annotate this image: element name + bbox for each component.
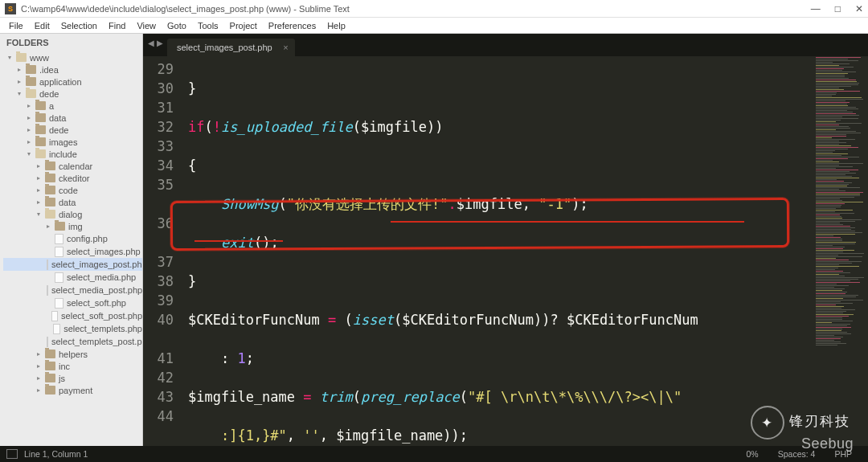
file-icon: [53, 324, 60, 334]
menu-find[interactable]: Find: [103, 19, 131, 32]
tree-item[interactable]: ▸a: [3, 100, 142, 112]
menu-edit[interactable]: Edit: [29, 19, 55, 32]
folder-icon: [35, 101, 46, 110]
folder-icon: [55, 222, 65, 231]
tree-item[interactable]: ▸dede: [3, 124, 142, 136]
tree-item[interactable]: ▾dialog: [3, 208, 142, 220]
tree-item-label: select_templets_post.php: [51, 337, 143, 346]
tree-item[interactable]: ▸js: [3, 372, 142, 384]
tree-item-label: select_soft_post.php: [61, 311, 142, 321]
menu-selection[interactable]: Selection: [55, 19, 103, 32]
tree-item-label: a: [49, 101, 54, 111]
tree-item[interactable]: ▸ckeditor: [3, 172, 142, 184]
tree-item-label: include: [49, 149, 77, 159]
tree-arrow-icon: ▸: [18, 66, 26, 73]
status-zoom[interactable]: 0%: [737, 449, 768, 459]
tab-active[interactable]: select_images_post.php ×: [167, 39, 295, 56]
tree-item[interactable]: select_media_post.php: [3, 284, 142, 296]
tree-item[interactable]: select_images_post.php: [3, 258, 142, 271]
tree-item-label: dede: [49, 125, 68, 135]
tree-arrow-icon: ▸: [37, 162, 45, 170]
titlebar: S C:\wamp64\www\dede\include\dialog\sele…: [0, 0, 868, 18]
folder-icon: [45, 161, 55, 170]
tree-item-label: code: [59, 186, 78, 195]
folder-icon: [45, 210, 55, 219]
code-content[interactable]: } if(!is_uploaded_file($imgfile)) { Show…: [183, 56, 813, 446]
tree-item[interactable]: ▾www: [3, 51, 142, 63]
tree-item-label: config.php: [67, 234, 108, 243]
tree-item[interactable]: ▸.idea: [3, 63, 142, 76]
tree-item[interactable]: select_templets.php: [3, 322, 142, 335]
file-icon: [55, 298, 63, 309]
tree-arrow-icon: ▾: [37, 211, 45, 218]
tree-item[interactable]: ▸code: [3, 184, 142, 196]
sidebar: FOLDERS ▾www▸.idea▸application▾dede▸a▸da…: [0, 34, 143, 446]
tree-item[interactable]: ▸helpers: [3, 348, 142, 360]
file-icon: [47, 337, 48, 347]
annotation-underline: [391, 221, 744, 223]
tree-item[interactable]: ▸inc: [3, 360, 142, 372]
tree-item[interactable]: ▾dede: [3, 88, 142, 100]
menu-view[interactable]: View: [131, 19, 162, 32]
status-position[interactable]: Line 1, Column 1: [24, 449, 88, 459]
tree-item[interactable]: ▸application: [3, 76, 142, 88]
tree-item-label: data: [59, 198, 76, 207]
folder-icon: [35, 149, 46, 158]
tab-close-icon[interactable]: ×: [283, 43, 288, 52]
tree-item[interactable]: config.php: [3, 232, 142, 245]
folder-icon: [45, 350, 55, 358]
tree-arrow-icon: ▸: [27, 114, 35, 121]
menu-preferences[interactable]: Preferences: [263, 19, 321, 32]
sidebar-header: FOLDERS: [0, 34, 142, 51]
tree-item[interactable]: select_soft_post.php: [3, 309, 142, 322]
folder-icon: [16, 53, 27, 62]
statusbar: Line 1, Column 1 0% Spaces: 4 PHP: [0, 446, 868, 462]
console-icon[interactable]: [6, 449, 18, 459]
tree-item[interactable]: select_images.php: [3, 245, 142, 258]
tree-item[interactable]: ▾include: [3, 148, 142, 160]
folder-icon: [35, 113, 46, 122]
app-icon: S: [5, 3, 16, 14]
tree-item[interactable]: select_soft.php: [3, 296, 142, 309]
menu-file[interactable]: File: [3, 19, 29, 32]
menubar: File Edit Selection Find View Goto Tools…: [0, 18, 868, 34]
status-indent[interactable]: Spaces: 4: [768, 449, 825, 459]
maximize-button[interactable]: □: [835, 3, 841, 14]
nav-forward-icon[interactable]: ▶: [157, 39, 165, 50]
minimap[interactable]: [813, 56, 868, 446]
tree-item[interactable]: ▸images: [3, 136, 142, 148]
tree-item-label: dede: [39, 89, 59, 99]
menu-goto[interactable]: Goto: [162, 19, 192, 32]
tree-item-label: select_soft.php: [67, 298, 126, 308]
tab-nav: ◀ ▶: [148, 39, 165, 50]
tree-arrow-icon: ▸: [37, 362, 45, 370]
menu-tools[interactable]: Tools: [192, 19, 224, 32]
tree-item[interactable]: select_media.php: [3, 271, 142, 284]
tree-arrow-icon: ▾: [8, 54, 16, 61]
minimize-button[interactable]: —: [811, 3, 821, 14]
tree-arrow-icon: ▸: [37, 186, 45, 194]
code-editor[interactable]: 29303132333435 36 37383940 41424344 } if…: [143, 56, 868, 446]
tree-item[interactable]: select_templets_post.php: [3, 335, 142, 348]
tree-arrow-icon: ▸: [27, 102, 35, 109]
folder-icon: [35, 137, 46, 146]
menu-help[interactable]: Help: [321, 19, 351, 32]
tree-arrow-icon: ▾: [18, 90, 26, 97]
tree-item[interactable]: ▸data: [3, 112, 142, 124]
tree-arrow-icon: ▸: [37, 350, 45, 358]
tree-item-label: select_templets.php: [63, 324, 142, 333]
tree-item[interactable]: ▸img: [3, 220, 142, 232]
menu-project[interactable]: Project: [224, 19, 263, 32]
window-title: C:\wamp64\www\dede\include\dialog\select…: [21, 4, 811, 14]
close-button[interactable]: ✕: [855, 3, 863, 14]
file-tree: ▾www▸.idea▸application▾dede▸a▸data▸dede▸…: [0, 51, 142, 396]
window-controls: — □ ✕: [811, 3, 863, 14]
tree-item-label: select_images.php: [67, 247, 141, 256]
tree-item[interactable]: ▸payment: [3, 384, 142, 396]
tree-item[interactable]: ▸data: [3, 196, 142, 208]
nav-back-icon[interactable]: ◀: [148, 39, 156, 50]
status-syntax[interactable]: PHP: [825, 449, 862, 459]
file-icon: [47, 285, 48, 296]
tree-item-label: .idea: [39, 65, 59, 75]
tree-item[interactable]: ▸calendar: [3, 160, 142, 172]
